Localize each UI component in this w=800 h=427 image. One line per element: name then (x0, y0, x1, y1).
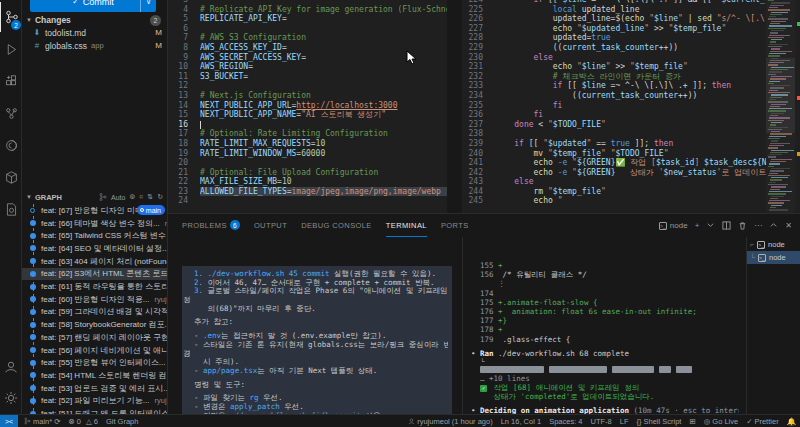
redacted-text-block (676, 366, 692, 373)
graph-row[interactable]: feat: [53] 업로드 검증 및 에러 표시... ry... (22, 382, 168, 395)
changes-section-header[interactable]: ▼ Changes 2 (22, 14, 167, 26)
commit-message: feat: [53] 업로드 검증 및 에러 표시... ry... (41, 383, 168, 394)
line-number: 234 (462, 91, 489, 101)
minimap-line (770, 23, 780, 24)
graph-fetch-icon[interactable]: ⌗ (139, 193, 143, 201)
activity-item-manage[interactable] (0, 383, 22, 413)
graph-refresh-icon[interactable]: ↻ (157, 193, 163, 201)
activity-item-source-control[interactable]: 2 (0, 2, 22, 32)
prettier-item[interactable]: ✓Prettier (746, 417, 778, 426)
eol-item[interactable]: LF (620, 417, 629, 426)
go-live-item[interactable]: ◎Go Live (704, 417, 738, 426)
env-editor[interactable]: 3456789101112131415161718192021222324 # … (168, 0, 447, 213)
code-line: updated_line=$(echo "$line" | sed "s/^- … (495, 14, 766, 24)
graph-row[interactable]: feat: [64] SEO 및 메타데이터 설정... ry... (22, 242, 168, 255)
activity-item-accounts[interactable] (0, 352, 22, 382)
branch-status-item[interactable]: main* ⟳ (24, 417, 60, 426)
ports-icon[interactable]: ⊞ (689, 417, 695, 426)
graph-auto-toggle[interactable]: Auto (111, 194, 125, 201)
graph-row[interactable]: feat: [54] HTML 스토리북 렌더링 컴포... (22, 369, 168, 382)
split-terminal-icon[interactable] (722, 221, 731, 230)
terminal-right-pane[interactable]: 155 + 156 /* 유틸리티 클래스 */ ⋮ 174 175 +.ani… (462, 237, 745, 414)
branch-icon (24, 417, 31, 425)
git-graph-status-item[interactable]: Git Graph (106, 417, 139, 426)
terminal-left-pane[interactable]: 1. ./dev-workflow.sh 45 commit 실행(권한 필요할… (168, 237, 458, 414)
kill-terminal-icon[interactable] (738, 221, 747, 230)
terminal-line: … +10 lines (471, 374, 739, 383)
commit-button[interactable]: ✓ Commit ∨ (30, 0, 156, 12)
activity-item-run-debug[interactable] (0, 34, 22, 64)
shell-script-editor[interactable]: 2242252262272282292302312322332342352362… (462, 0, 800, 213)
minimap-line (770, 115, 778, 116)
commit-dot (30, 258, 36, 264)
minimap-line (771, 196, 784, 197)
remote-indicator[interactable]: >< (0, 415, 18, 427)
graph-row[interactable]: feat: [56] 페이지 네비게이션 및 애니메이... (22, 344, 168, 357)
maximize-panel-icon[interactable] (769, 221, 778, 230)
graph-row[interactable]: feat: [55] 반응형 뷰어 인터페이스... ryuj... (22, 356, 168, 369)
problems-status-item[interactable]: ⊗0 △6 (68, 417, 97, 426)
graph-row[interactable]: feat: [67] 반응형 디자인 미디...main (22, 204, 168, 217)
line-number: 228 (462, 33, 489, 43)
chevron-down-icon[interactable] (706, 221, 715, 230)
problems-count-badge: 6 (230, 220, 240, 230)
panel-tab-terminal[interactable]: TERMINAL (386, 214, 427, 237)
graph-row[interactable]: feat: [52] 파일 미리보기 기능... ryujuny... (22, 395, 168, 408)
minimap-line (769, 136, 786, 137)
graph-filter-icon[interactable]: ⊚ (129, 193, 135, 201)
activity-item-ai-extension[interactable] (0, 130, 22, 160)
split-tree-guide: ⌐ (750, 241, 754, 248)
changed-file-globals.css[interactable]: #globals.cssappM (22, 39, 167, 52)
line-number: 235 (462, 101, 489, 111)
activity-item-container-extension[interactable] (0, 162, 22, 192)
graph-row[interactable]: feat: [62] S3에서 HTML 콘텐츠 로드...... (22, 268, 168, 281)
terminal-profile-dropdown[interactable]: >_ node (659, 221, 688, 230)
minimap-line (770, 51, 792, 52)
indentation-item[interactable]: Spaces: 4 (549, 417, 582, 426)
terminal-tab-node[interactable]: ⌐>_node (747, 238, 800, 251)
panel-tab-problems[interactable]: PROBLEMS6 (182, 214, 240, 237)
graph-row[interactable]: feat: [63] 404 페이지 처리 (notFound... (22, 255, 168, 268)
code-line: if [[ "$updated" == true ]]; then (495, 139, 766, 149)
terminal-profile-label: node (670, 221, 688, 230)
graph-row[interactable]: feat: [60] 반응형 디자인 적용... ryujuny... (22, 293, 168, 306)
language-mode-item[interactable]: {}Shell Script (637, 417, 682, 426)
braces-icon: {} (637, 417, 642, 426)
panel-tab-output[interactable]: OUTPUT (254, 214, 287, 237)
minimap-line (770, 32, 778, 33)
commit-message: feat: [57] 랜딩 페이지 레이아웃 구현... r... (41, 332, 168, 343)
panel-tab-debug-console[interactable]: DEBUG CONSOLE (301, 214, 372, 237)
minimap-line (771, 76, 792, 77)
activity-item-extensions[interactable] (0, 66, 22, 96)
graph-row[interactable]: feat: [65] Tailwind CSS 커스텀 변수 설... (22, 229, 168, 242)
graph-row[interactable]: feat: [58] StorybookGenerator 컴포... (22, 318, 168, 331)
editor-group-divider[interactable] (447, 0, 462, 213)
graph-push-icon[interactable]: ⇅ (147, 193, 153, 201)
close-panel-icon[interactable]: ✕ (785, 221, 792, 230)
commit-dropdown-button[interactable]: ∨ (140, 0, 156, 12)
graph-row[interactable]: feat: [51] 드래그 앤 드롭 인터페이스... r... (22, 407, 168, 414)
notifications-bell-icon[interactable]: 🔔 (787, 417, 796, 426)
more-actions-icon[interactable]: ⋯ (754, 221, 762, 230)
code-line: S3_BUCKET= (200, 72, 447, 82)
minimap[interactable] (766, 0, 795, 213)
line-number: 12 (168, 81, 194, 91)
activity-item-git-graph[interactable] (0, 98, 22, 128)
line-number: 230 (462, 53, 489, 63)
minimap-line (768, 101, 788, 102)
terminal-line: • Deciding on animation application (10m… (471, 406, 739, 414)
terminal-tab-node[interactable]: └>_node (747, 251, 800, 264)
activity-item-settings-file[interactable] (0, 194, 22, 224)
graph-row[interactable]: feat: [66] 테마별 색상 변수 정의... ryuju... (22, 217, 168, 230)
cursor-position-item[interactable]: Ln 16, Col 1 (501, 417, 541, 426)
new-terminal-button[interactable]: + (695, 221, 700, 230)
graph-row[interactable]: feat: [57] 랜딩 페이지 레이아웃 구현... r... (22, 331, 168, 344)
minimap-line (771, 58, 778, 59)
graph-section-header[interactable]: ▼ GRAPH Auto ⊚ ⌗ ⇅ ↻ (22, 191, 167, 203)
blame-status-item[interactable]: ryujumeol (1 hour ago) (408, 417, 492, 426)
graph-row[interactable]: feat: [59] 그라데이션 배경 및 시각적 요... (22, 306, 168, 319)
graph-row[interactable]: feat: [61] 동적 라우팅을 통한 스토리북 ... (22, 280, 168, 293)
panel-tab-ports[interactable]: PORTS (441, 214, 469, 237)
changed-file-todolist.md[interactable]: ⬇todolist.mdM (22, 26, 167, 39)
encoding-item[interactable]: UTF-8 (590, 417, 611, 426)
